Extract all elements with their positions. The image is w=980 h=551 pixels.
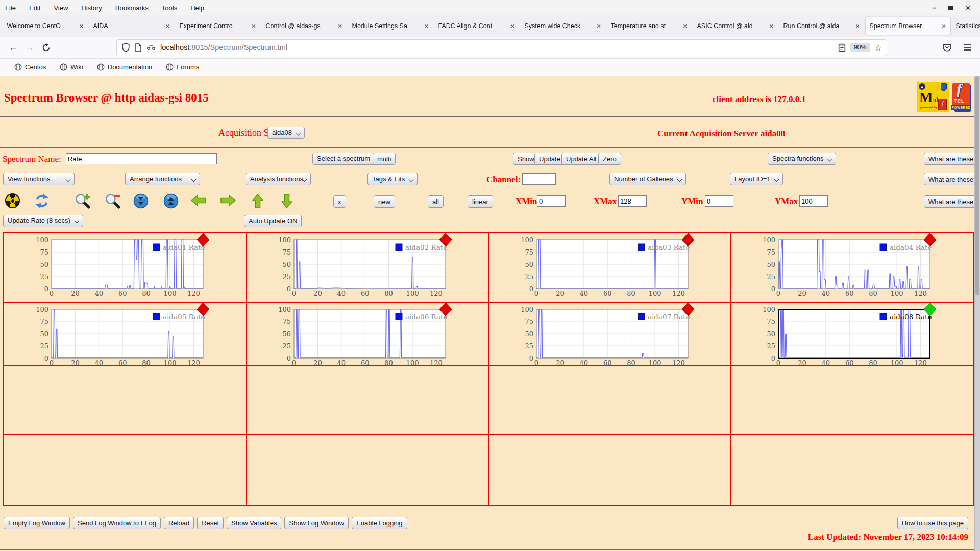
galleries-dropdown[interactable]: Number of Galleries bbox=[609, 173, 686, 185]
scroll-down-icon[interactable] bbox=[133, 193, 150, 209]
shield-icon[interactable] bbox=[121, 43, 130, 52]
show-variables-button[interactable]: Show Variables bbox=[227, 517, 281, 529]
update-button[interactable]: Update bbox=[534, 153, 565, 165]
reader-mode-icon[interactable] bbox=[838, 43, 846, 52]
tab-close-icon[interactable]: ✕ bbox=[79, 23, 84, 29]
reset-button[interactable]: Reset bbox=[197, 517, 224, 529]
how-to-use-button[interactable]: How to use this page bbox=[897, 517, 968, 529]
spectrum-chart-cell[interactable]: 0204060801001200255075100aida05 Rate bbox=[4, 303, 247, 366]
browser-tab[interactable]: Temperature and st✕ bbox=[607, 17, 692, 35]
multi-button[interactable]: multi bbox=[373, 153, 396, 165]
ymin-input[interactable] bbox=[705, 195, 733, 207]
arrange-functions-dropdown[interactable]: Arrange functions bbox=[125, 173, 200, 185]
tab-close-icon[interactable]: ✕ bbox=[165, 23, 170, 29]
tab-close-icon[interactable]: ✕ bbox=[855, 23, 860, 29]
zoom-out-icon[interactable] bbox=[105, 193, 121, 209]
radiation-icon[interactable] bbox=[5, 193, 21, 209]
arrow-up-icon[interactable] bbox=[251, 193, 267, 209]
scroll-up-icon[interactable] bbox=[163, 193, 180, 209]
channel-input[interactable] bbox=[522, 173, 556, 185]
scrollbar-thumb[interactable] bbox=[975, 76, 979, 295]
maximize-icon[interactable] bbox=[948, 6, 953, 10]
forward-icon[interactable]: → bbox=[21, 40, 38, 55]
browser-tab[interactable]: Control @ aidas-gs✕ bbox=[262, 17, 347, 35]
bookmark-star-icon[interactable]: ☆ bbox=[875, 43, 882, 53]
auto-update-button[interactable]: Auto Update ON bbox=[244, 215, 302, 227]
back-icon[interactable]: ← bbox=[5, 40, 21, 55]
zoom-in-icon[interactable] bbox=[75, 193, 91, 209]
spectrum-chart-cell[interactable]: 0204060801001200255075100aida04 Rate bbox=[731, 233, 973, 303]
tab-close-icon[interactable]: ✕ bbox=[683, 23, 688, 29]
menu-file[interactable]: File bbox=[5, 4, 16, 12]
menu-view[interactable]: View bbox=[54, 4, 68, 12]
update-rate-dropdown[interactable]: Update Rate (8 secs) bbox=[3, 215, 83, 227]
spectrum-chart-cell[interactable]: 0204060801001200255075100aida07 Rate bbox=[489, 303, 731, 366]
bookmark-centos[interactable]: Centos bbox=[14, 63, 46, 71]
acquisition-server-select[interactable]: aida08 bbox=[267, 127, 305, 139]
midas-logo[interactable]: ▲ Midas powered by f bbox=[917, 82, 949, 112]
scrollbar[interactable] bbox=[974, 76, 980, 551]
zoom-level-badge[interactable]: 90% bbox=[850, 43, 870, 52]
layout-id-dropdown[interactable]: Layout ID=1 bbox=[730, 173, 783, 185]
menu-help[interactable]: Help bbox=[190, 4, 204, 12]
close-icon[interactable]: ✕ bbox=[965, 4, 971, 12]
page-icon[interactable] bbox=[135, 43, 142, 52]
spectrum-name-input[interactable] bbox=[66, 153, 217, 164]
tab-close-icon[interactable]: ✕ bbox=[252, 23, 256, 29]
linear-button[interactable]: linear bbox=[468, 195, 493, 208]
browser-tab[interactable]: FADC Align & Cont✕ bbox=[434, 17, 519, 35]
tab-close-icon[interactable]: ✕ bbox=[597, 23, 601, 29]
spectrum-chart-cell[interactable]: 0204060801001200255075100aida01 Rate bbox=[4, 233, 247, 303]
xmax-input[interactable] bbox=[618, 195, 647, 207]
new-button[interactable]: new bbox=[374, 195, 395, 208]
analysis-functions-dropdown[interactable]: Analysis functions bbox=[246, 173, 311, 185]
tcl-logo[interactable]: f TCL POWERED bbox=[952, 83, 970, 110]
browser-tab[interactable]: System wide Check✕ bbox=[521, 17, 605, 35]
arrow-down-icon[interactable] bbox=[280, 193, 297, 209]
tab-close-icon[interactable]: ✕ bbox=[338, 23, 342, 29]
enable-logging-button[interactable]: Enable Logging bbox=[352, 517, 407, 529]
arrow-right-icon[interactable] bbox=[220, 193, 236, 209]
update-all-button[interactable]: Update All bbox=[561, 153, 601, 165]
ymax-input[interactable] bbox=[799, 195, 828, 207]
view-functions-dropdown[interactable]: View functions bbox=[3, 173, 75, 185]
what-are-these-button[interactable]: What are these? bbox=[924, 173, 980, 185]
tab-close-icon[interactable]: ✕ bbox=[510, 23, 515, 29]
browser-tab[interactable]: Welcome to CentO✕ bbox=[3, 17, 88, 35]
reload-icon[interactable] bbox=[38, 40, 54, 55]
url-text[interactable]: localhost:8015/Spectrum/Spectrum.tml bbox=[160, 43, 834, 52]
browser-tab[interactable]: Module Settings Sa✕ bbox=[348, 17, 433, 35]
zero-button[interactable]: Zero bbox=[598, 153, 621, 165]
bookmark-wiki[interactable]: Wiki bbox=[60, 63, 83, 71]
pocket-icon[interactable] bbox=[942, 43, 952, 52]
x-button[interactable]: x bbox=[333, 195, 346, 208]
tags-fits-dropdown[interactable]: Tags & Fits bbox=[368, 173, 418, 185]
empty-log-window-button[interactable]: Empty Log Window bbox=[4, 517, 70, 529]
browser-tab[interactable]: Experiment Contro✕ bbox=[176, 17, 260, 35]
browser-tab[interactable]: AIDA✕ bbox=[89, 17, 174, 35]
url-bar[interactable]: localhost:8015/Spectrum/Spectrum.tml 90%… bbox=[116, 39, 887, 56]
tab-close-icon[interactable]: ✕ bbox=[769, 23, 774, 29]
what-are-these-button[interactable]: What are these? bbox=[924, 153, 980, 165]
tab-close-icon[interactable]: ✕ bbox=[942, 23, 946, 29]
minimize-icon[interactable]: – bbox=[932, 4, 936, 12]
browser-tab[interactable]: Spectrum Browser✕ bbox=[866, 17, 950, 35]
browser-tab[interactable]: Run Control @ aida✕ bbox=[779, 17, 864, 35]
spectrum-chart-cell[interactable]: 0204060801001200255075100aida08 Rate bbox=[731, 303, 973, 366]
all-button[interactable]: all bbox=[428, 195, 444, 208]
xmin-input[interactable] bbox=[537, 195, 566, 207]
connection-icon[interactable] bbox=[146, 44, 156, 51]
send-log-window-to-elog-button[interactable]: Send Log Window to ELog bbox=[73, 517, 161, 529]
menu-history[interactable]: History bbox=[81, 4, 102, 12]
menu-tools[interactable]: Tools bbox=[162, 4, 177, 12]
spectrum-chart-cell[interactable]: 0204060801001200255075100aida03 Rate bbox=[489, 233, 731, 303]
show-log-window-button[interactable]: Show Log Window bbox=[284, 517, 349, 529]
menu-bookmarks[interactable]: Bookmarks bbox=[115, 4, 149, 12]
bookmark-forums[interactable]: Forums bbox=[166, 63, 199, 71]
reload-button[interactable]: Reload bbox=[164, 517, 194, 529]
browser-tab[interactable]: Statistics @ aidas-✕ bbox=[952, 17, 980, 35]
spectra-functions-dropdown[interactable]: Spectra functions bbox=[768, 153, 836, 165]
spectrum-chart-cell[interactable]: 0204060801001200255075100aida06 Rate bbox=[247, 303, 489, 366]
what-are-these-button[interactable]: What are these? bbox=[924, 195, 980, 208]
menu-edit[interactable]: Edit bbox=[29, 4, 40, 12]
